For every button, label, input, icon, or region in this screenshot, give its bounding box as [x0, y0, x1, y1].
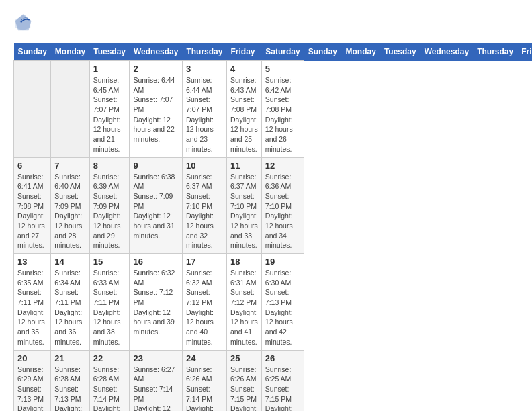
column-header-wednesday: Wednesday [130, 43, 182, 61]
sunset-text: Sunset: 7:09 PM [54, 192, 81, 210]
sunrise-text: Sunrise: 6:31 AM [230, 269, 257, 287]
sunrise-text: Sunrise: 6:40 AM [54, 173, 81, 191]
calendar-week-row: 20Sunrise: 6:29 AMSunset: 7:13 PMDayligh… [14, 350, 533, 411]
sunrise-text: Sunrise: 6:42 AM [265, 76, 292, 94]
calendar-day-cell: 12Sunrise: 6:36 AMSunset: 7:10 PMDayligh… [261, 157, 304, 254]
daylight-text: Daylight: 12 hours and 38 minutes. [93, 308, 121, 346]
sunrise-text: Sunrise: 6:43 AM [230, 76, 257, 94]
sunset-text: Sunset: 7:15 PM [265, 385, 292, 403]
sunrise-text: Sunrise: 6:29 AM [17, 365, 44, 383]
column-header-thursday: Thursday [182, 43, 226, 61]
daylight-text: Daylight: 12 hours and 29 minutes. [93, 212, 121, 249]
calendar-day-cell: 20Sunrise: 6:29 AMSunset: 7:13 PMDayligh… [14, 350, 51, 411]
day-info: Sunrise: 6:45 AMSunset: 7:07 PMDaylight:… [93, 75, 126, 154]
day-info: Sunrise: 6:37 AMSunset: 7:10 PMDaylight:… [186, 172, 223, 251]
day-info: Sunrise: 6:28 AMSunset: 7:13 PMDaylight:… [54, 365, 85, 412]
sunset-text: Sunset: 7:12 PM [230, 288, 257, 306]
column-header-sunday: Sunday [14, 43, 51, 61]
day-number: 17 [186, 257, 223, 267]
calendar-header-row: SundayMondayTuesdayWednesdayThursdayFrid… [14, 43, 533, 61]
sunset-text: Sunset: 7:07 PM [93, 95, 120, 113]
day-number: 25 [230, 353, 258, 363]
sunrise-text: Sunrise: 6:36 AM [265, 173, 292, 191]
sunset-text: Sunset: 7:10 PM [230, 192, 257, 210]
sunset-text: Sunset: 7:09 PM [133, 192, 173, 210]
day-number: 7 [54, 161, 85, 171]
sunset-text: Sunset: 7:08 PM [230, 95, 257, 113]
sunset-text: Sunset: 7:10 PM [265, 192, 292, 210]
sunrise-text: Sunrise: 6:45 AM [93, 76, 120, 94]
sunset-text: Sunset: 7:13 PM [54, 385, 81, 403]
day-number: 1 [93, 64, 126, 74]
day-info: Sunrise: 6:43 AMSunset: 7:08 PMDaylight:… [230, 75, 258, 154]
day-info: Sunrise: 6:42 AMSunset: 7:08 PMDaylight:… [265, 75, 300, 154]
sunrise-text: Sunrise: 6:30 AM [265, 269, 292, 287]
day-info: Sunrise: 6:35 AMSunset: 7:11 PMDaylight:… [17, 268, 47, 347]
day-info: Sunrise: 6:27 AMSunset: 7:14 PMDaylight:… [133, 365, 178, 412]
calendar-day-cell: 8Sunrise: 6:39 AMSunset: 7:09 PMDaylight… [89, 157, 130, 254]
col-header-friday: Friday [517, 43, 532, 61]
day-info: Sunrise: 6:26 AMSunset: 7:14 PMDaylight:… [186, 365, 223, 412]
sunset-text: Sunset: 7:11 PM [54, 288, 81, 306]
daylight-text: Daylight: 12 hours and 41 minutes. [230, 308, 258, 346]
sunrise-text: Sunrise: 6:37 AM [230, 173, 257, 191]
sunset-text: Sunset: 7:13 PM [17, 385, 44, 403]
sunset-text: Sunset: 7:13 PM [265, 288, 292, 306]
day-number: 13 [17, 257, 47, 267]
daylight-text: Daylight: 12 hours and 21 minutes. [93, 116, 121, 153]
day-info: Sunrise: 6:30 AMSunset: 7:13 PMDaylight:… [265, 268, 300, 347]
calendar-day-cell: 11Sunrise: 6:37 AMSunset: 7:10 PMDayligh… [226, 157, 261, 254]
sunrise-text: Sunrise: 6:34 AM [54, 269, 81, 287]
day-number: 26 [265, 353, 300, 363]
sunrise-text: Sunrise: 6:41 AM [17, 173, 44, 191]
calendar-day-cell: 5Sunrise: 6:42 AMSunset: 7:08 PMDaylight… [261, 61, 304, 158]
calendar-day-cell [51, 61, 89, 158]
sunset-text: Sunset: 7:08 PM [17, 192, 44, 210]
sunrise-text: Sunrise: 6:26 AM [186, 365, 212, 383]
day-number: 19 [265, 257, 300, 267]
calendar-week-row: 1Sunrise: 6:45 AMSunset: 7:07 PMDaylight… [14, 61, 533, 158]
day-number: 21 [54, 353, 85, 363]
col-header-wednesday: Wednesday [420, 43, 473, 61]
daylight-text: Daylight: 12 hours and 39 minutes. [133, 308, 174, 336]
daylight-text: Daylight: 12 hours and 27 minutes. [17, 212, 45, 249]
day-number: 18 [230, 257, 258, 267]
day-number: 14 [54, 257, 85, 267]
col-header-monday: Monday [342, 43, 380, 61]
daylight-text: Daylight: 12 hours and 44 minutes. [54, 404, 82, 411]
sunset-text: Sunset: 7:14 PM [186, 385, 212, 403]
calendar-day-cell: 23Sunrise: 6:27 AMSunset: 7:14 PMDayligh… [130, 350, 182, 411]
sunrise-text: Sunrise: 6:39 AM [93, 173, 120, 191]
sunset-text: Sunset: 7:12 PM [133, 288, 173, 306]
calendar-day-cell: 7Sunrise: 6:40 AMSunset: 7:09 PMDaylight… [51, 157, 89, 254]
day-number: 10 [186, 161, 223, 171]
calendar-day-cell: 24Sunrise: 6:26 AMSunset: 7:14 PMDayligh… [182, 350, 226, 411]
daylight-text: Daylight: 12 hours and 46 minutes. [93, 404, 121, 411]
calendar-table: SundayMondayTuesdayWednesdayThursdayFrid… [13, 43, 532, 411]
calendar-day-cell: 22Sunrise: 6:28 AMSunset: 7:14 PMDayligh… [89, 350, 130, 411]
column-header-saturday: Saturday [261, 43, 304, 61]
day-info: Sunrise: 6:38 AMSunset: 7:09 PMDaylight:… [133, 172, 178, 241]
day-number: 8 [93, 161, 126, 171]
day-number: 11 [230, 161, 258, 171]
sunset-text: Sunset: 7:10 PM [186, 192, 212, 210]
day-info: Sunrise: 6:32 AMSunset: 7:12 PMDaylight:… [133, 268, 178, 337]
calendar-day-cell: 16Sunrise: 6:32 AMSunset: 7:12 PMDayligh… [130, 254, 182, 351]
day-number: 2 [133, 64, 178, 74]
calendar-day-cell: 18Sunrise: 6:31 AMSunset: 7:12 PMDayligh… [226, 254, 261, 351]
daylight-text: Daylight: 12 hours and 31 minutes. [133, 212, 174, 239]
sunrise-text: Sunrise: 6:44 AM [133, 76, 175, 94]
calendar-day-cell: 14Sunrise: 6:34 AMSunset: 7:11 PMDayligh… [51, 254, 89, 351]
sunset-text: Sunset: 7:12 PM [186, 288, 212, 306]
day-number: 12 [265, 161, 300, 171]
svg-marker-1 [15, 14, 32, 30]
sunrise-text: Sunrise: 6:33 AM [93, 269, 120, 287]
daylight-text: Daylight: 12 hours and 50 minutes. [265, 404, 293, 411]
column-header-friday: Friday [226, 43, 261, 61]
daylight-text: Daylight: 12 hours and 23 minutes. [186, 116, 214, 153]
day-number: 9 [133, 161, 178, 171]
calendar-day-cell: 3Sunrise: 6:44 AMSunset: 7:07 PMDaylight… [182, 61, 226, 158]
column-header-monday: Monday [51, 43, 89, 61]
col-header-sunday: Sunday [304, 43, 342, 61]
calendar-week-row: 6Sunrise: 6:41 AMSunset: 7:08 PMDaylight… [14, 157, 533, 254]
